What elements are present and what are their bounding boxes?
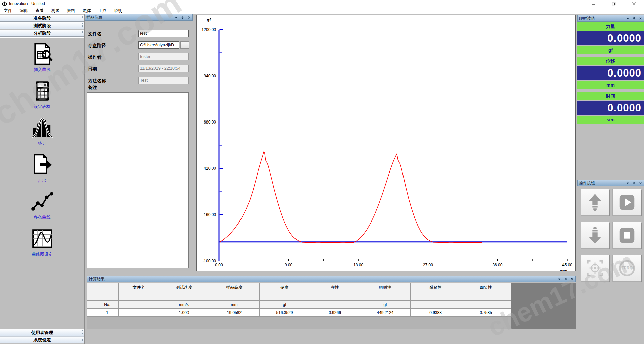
menu-item-资料[interactable]: 资料: [63, 7, 79, 14]
reading-unit: mm: [577, 81, 644, 89]
close-button[interactable]: [624, 0, 644, 7]
field-input-4[interactable]: [138, 65, 189, 72]
stage-button-分析阶段[interactable]: 分析阶段: [0, 30, 84, 37]
menu-item-说明[interactable]: 说明: [110, 7, 126, 14]
reading-unit: sec: [577, 116, 644, 124]
menu-item-工具[interactable]: 工具: [95, 7, 110, 14]
data-cell[interactable]: 516.3529: [260, 309, 310, 317]
field-row-4: 日期: [85, 65, 193, 73]
result-cell: [209, 292, 260, 301]
target-button[interactable]: [581, 255, 609, 282]
stage-button-测试阶段[interactable]: 测试阶段: [0, 22, 84, 29]
data-cell[interactable]: 软糖_2: [119, 309, 159, 317]
jog-down-button[interactable]: [581, 222, 609, 249]
field-row-2: 存盘路径...: [85, 41, 193, 49]
pin-panel-button[interactable]: [564, 277, 568, 281]
application-window: Innovation - Untitled 文件编辑查看测试资料硬体工具说明 准…: [0, 0, 644, 344]
result-cell: [96, 283, 119, 292]
spacer: [577, 90, 644, 92]
close-panel-button[interactable]: [570, 277, 574, 281]
stage-label: 分析阶段: [34, 30, 51, 36]
reading-mm: 位移0.0000mm: [577, 57, 644, 92]
unit-cell: [119, 301, 159, 309]
field-input-5[interactable]: [138, 77, 189, 84]
grip-dots-icon: [82, 23, 83, 28]
data-cell[interactable]: 0.9388: [411, 309, 461, 317]
data-cell[interactable]: 449.2124: [360, 309, 411, 317]
results-table: 文件名测试速度样品高度硬度弹性咀嚼性黏聚性回复性No.mm/smmgfgf1软糖…: [87, 283, 511, 317]
jog-up-button[interactable]: [581, 189, 609, 216]
stage-button-系统设定[interactable]: 系统设定: [0, 336, 84, 343]
menu-item-测试[interactable]: 测试: [47, 7, 63, 14]
results-header-row: 文件名测试速度样品高度硬度弹性咀嚼性黏聚性回复性: [87, 283, 511, 292]
tool-insert-curve[interactable]: 插入曲线: [0, 42, 84, 73]
result-cell: [461, 292, 511, 301]
result-cell: [119, 292, 159, 301]
reading-value: 0.0000: [577, 31, 644, 45]
data-cell[interactable]: 0.9266: [310, 309, 360, 317]
readings-list: 力量0.0000gf位移0.0000mm时间0.0000sec: [577, 22, 644, 127]
pin-panel-button[interactable]: [180, 15, 184, 19]
x-tick-label: 27.00: [423, 263, 433, 267]
close-panel-button[interactable]: [638, 16, 642, 20]
result-cell: [360, 292, 411, 301]
actions-header: 操作按钮: [577, 180, 644, 186]
menu-item-编辑[interactable]: 编辑: [16, 7, 32, 14]
tool-export[interactable]: 汇出: [0, 153, 84, 184]
force-line: [219, 151, 482, 243]
column-header-文件名: 文件名: [119, 283, 159, 292]
run-button[interactable]: [612, 189, 641, 216]
unit-cell: [461, 301, 511, 309]
dropdown-panel-button[interactable]: [626, 181, 630, 185]
tool-statistics[interactable]: 统计: [0, 116, 84, 147]
menu-item-文件[interactable]: 文件: [0, 7, 16, 14]
zero-button[interactable]: ZERO: [612, 255, 641, 282]
jog-down-icon: [585, 226, 605, 245]
reading-unit: gf: [577, 46, 644, 54]
restore-button[interactable]: [604, 0, 624, 7]
x-tick-label: 9.00: [285, 263, 293, 267]
data-cell[interactable]: 1.000: [159, 309, 209, 317]
tool-curve-settings[interactable]: 曲线图设定: [0, 227, 84, 257]
y-tick-label: 680.00: [204, 120, 216, 125]
pin-panel-button[interactable]: [632, 181, 636, 185]
dropdown-panel-button[interactable]: [174, 15, 178, 19]
menu-bar: 文件编辑查看测试资料硬体工具说明: [0, 7, 644, 14]
results-body: 文件名测试速度样品高度硬度弹性咀嚼性黏聚性回复性No.mm/smmgfgf1软糖…: [87, 283, 576, 344]
dropdown-panel-button[interactable]: [557, 277, 561, 281]
curve-settings-icon: [30, 227, 54, 251]
field-input-2[interactable]: [138, 41, 179, 49]
pin-panel-button[interactable]: [632, 16, 636, 20]
table-row[interactable]: 1软糖_21.00019.0582516.35290.9266449.21240…: [87, 309, 511, 317]
multi-curve-icon: [30, 190, 54, 214]
column-header-弹性: 弹性: [310, 283, 360, 292]
tool-multi-curve[interactable]: 多条曲线: [0, 190, 84, 220]
x-tick-label: 45.00: [562, 263, 572, 267]
stage-label: 使用者管理: [31, 330, 53, 336]
tool-set-table[interactable]: 设定表格: [0, 79, 84, 110]
menu-item-查看[interactable]: 查看: [32, 7, 47, 14]
tool-label: 统计: [0, 141, 84, 147]
field-input-1[interactable]: [138, 30, 189, 37]
menu-item-硬体[interactable]: 硬体: [79, 7, 95, 14]
field-input-3[interactable]: [138, 53, 189, 60]
grip-dots-icon: [82, 16, 83, 20]
data-cell[interactable]: 0.7585: [461, 309, 511, 317]
unit-cell: mm/s: [159, 301, 209, 309]
notes-textarea[interactable]: [87, 92, 189, 268]
stop-button[interactable]: [612, 222, 641, 249]
close-panel-button[interactable]: [187, 15, 191, 19]
minimize-button[interactable]: [584, 0, 604, 7]
close-panel-button[interactable]: [638, 181, 642, 185]
dropdown-panel-button[interactable]: [626, 16, 630, 20]
result-cell: [87, 301, 96, 309]
panel-header-buttons: [174, 15, 191, 19]
field-row-3: 操作者: [85, 53, 193, 61]
stage-button-准备阶段[interactable]: 准备阶段: [0, 15, 84, 22]
column-header-回复性: 回复性: [461, 283, 511, 292]
jog-up-icon: [585, 193, 605, 212]
browse-button[interactable]: ...: [180, 41, 189, 49]
data-cell[interactable]: 19.0582: [209, 309, 260, 317]
spacer: [577, 125, 644, 127]
stage-button-使用者管理[interactable]: 使用者管理: [0, 329, 84, 336]
